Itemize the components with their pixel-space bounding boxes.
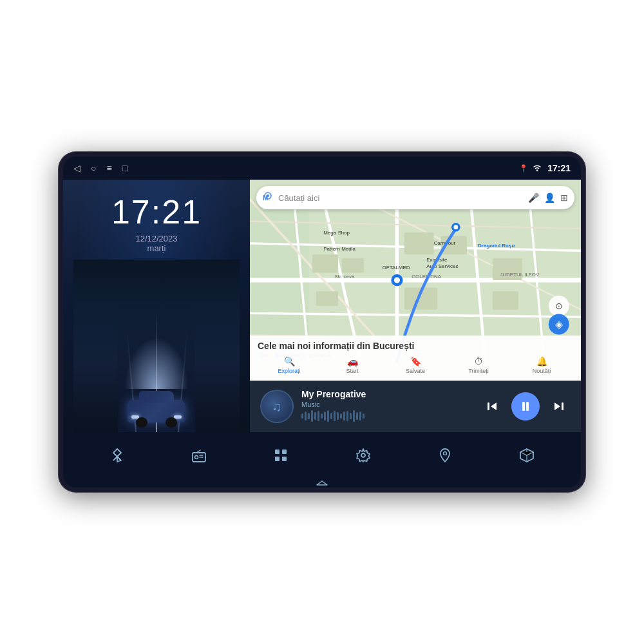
svg-text:Str. ceva: Str. ceva [334,274,355,279]
map-info-bar: Cele mai noi informații din București 🔍 … [250,336,581,381]
svg-text:◈: ◈ [555,319,564,330]
svg-rect-64 [282,450,287,454]
map-container[interactable]: Str. ceva COLENTINA JUDEȚUL ILFOV Dragon… [250,180,581,381]
map-nav-news[interactable]: 🔔 Noutăți [510,355,573,375]
status-right: 📍 17:21 [519,163,571,173]
svg-marker-55 [554,402,560,410]
svg-text:M: M [263,194,268,202]
svg-rect-52 [488,402,489,410]
home-icon[interactable]: ○ [91,163,96,173]
main-content: 17:21 12/12/2023 marți [63,180,581,432]
back-icon[interactable]: ◁ [73,163,80,173]
svg-rect-63 [275,450,279,454]
svg-text:Mega Shop: Mega Shop [323,230,350,236]
car-display-device: ◁ ○ ≡ □ 📍 17:21 [58,151,586,493]
start-label: Start [346,368,358,374]
svg-rect-54 [526,402,529,411]
home-indicator-bar [63,478,581,488]
play-pause-button[interactable] [511,392,540,421]
map-nav-start[interactable]: 🚗 Start [321,355,384,375]
bottom-nav-yandex[interactable] [519,448,535,463]
svg-rect-66 [282,457,287,461]
svg-point-0 [536,169,538,171]
microphone-icon[interactable]: 🎤 [528,193,539,203]
nav-buttons: ◁ ○ ≡ □ [73,163,128,173]
svg-point-36 [394,277,400,283]
recent-icon[interactable]: □ [122,163,128,173]
map-nav-explore[interactable]: 🔍 Explorați [258,355,321,375]
music-waveform [301,408,473,424]
car-scene [73,260,240,432]
svg-rect-53 [522,402,525,411]
svg-rect-65 [275,457,279,461]
music-source: Music [301,401,473,408]
home-indicator-icon[interactable] [314,480,330,486]
status-bar: ◁ ○ ≡ □ 📍 17:21 [63,156,581,180]
svg-rect-16 [342,258,364,273]
map-nav-saved[interactable]: 🔖 Salvate [384,355,447,375]
saved-icon: 🔖 [410,356,421,366]
right-panel: Str. ceva COLENTINA JUDEȚUL ILFOV Dragon… [250,180,581,432]
map-nav-send[interactable]: ⏱ Trimiteți [447,355,510,375]
svg-text:Pattern Media: Pattern Media [323,246,355,252]
svg-rect-56 [562,402,564,410]
map-search-bar[interactable]: M Căutați aici 🎤 👤 ⊞ [256,186,574,209]
send-icon: ⏱ [474,356,483,366]
music-info: My Prerogative Music [301,389,473,424]
prev-track-button[interactable] [480,395,504,418]
music-controls [480,392,571,421]
map-search-actions: 🎤 👤 ⊞ [528,193,568,203]
music-note-icon: ♫ [272,399,282,414]
svg-marker-69 [317,481,327,485]
news-icon: 🔔 [536,356,547,366]
bottom-navigation [63,432,581,478]
bottom-nav-apps[interactable] [273,448,289,463]
svg-rect-15 [312,254,338,273]
svg-text:JUDEȚUL ILFOV: JUDEȚUL ILFOV [500,272,540,278]
send-label: Trimiteți [468,368,489,374]
map-info-title: Cele mai noi informații din București [258,341,573,351]
layers-icon[interactable]: ⊞ [560,193,568,203]
svg-point-68 [443,452,446,455]
svg-point-59 [194,456,198,459]
saved-label: Salvate [406,368,425,374]
bottom-nav-bluetooth[interactable] [109,448,125,463]
map-search-placeholder[interactable]: Căutați aici [278,193,528,203]
bottom-nav-radio[interactable] [191,448,207,463]
svg-rect-21 [493,291,518,310]
status-icons: 📍 [519,164,542,173]
svg-text:OFTALMED: OFTALMED [383,265,410,270]
music-player: ♫ My Prerogative Music [250,381,581,432]
device-screen: ◁ ○ ≡ □ 📍 17:21 [63,156,581,488]
svg-marker-51 [491,402,497,410]
map-background: Str. ceva COLENTINA JUDEȚUL ILFOV Dragon… [250,180,581,381]
next-track-button[interactable] [547,395,571,418]
location-icon: 📍 [519,164,528,173]
menu-icon[interactable]: ≡ [106,163,111,173]
clock-day: marți [147,243,166,253]
news-label: Noutăți [533,368,551,374]
start-icon: 🚗 [347,356,358,366]
music-title: My Prerogative [301,389,473,399]
svg-text:⊙: ⊙ [555,301,563,311]
explore-label: Explorați [278,368,300,374]
svg-point-67 [361,453,365,457]
bottom-nav-settings[interactable] [355,448,371,463]
left-panel-lock-screen: 17:21 12/12/2023 marți [63,180,250,432]
account-icon[interactable]: 👤 [544,193,555,203]
music-album-art: ♫ [260,390,294,423]
google-maps-icon: M [263,191,273,204]
bottom-nav-maps[interactable] [437,448,453,463]
clock-time: 17:21 [111,193,202,231]
svg-rect-17 [404,232,434,254]
explore-icon: 🔍 [284,356,295,366]
svg-point-34 [453,225,458,229]
svg-text:Dragonul Roșu: Dragonul Roșu [478,243,515,249]
clock-date: 12/12/2023 [135,234,177,243]
status-time: 17:21 [547,163,571,173]
map-nav-icons: 🔍 Explorați 🚗 Start 🔖 Salvate [258,355,573,375]
svg-rect-22 [316,291,338,306]
wifi-icon [532,164,542,173]
